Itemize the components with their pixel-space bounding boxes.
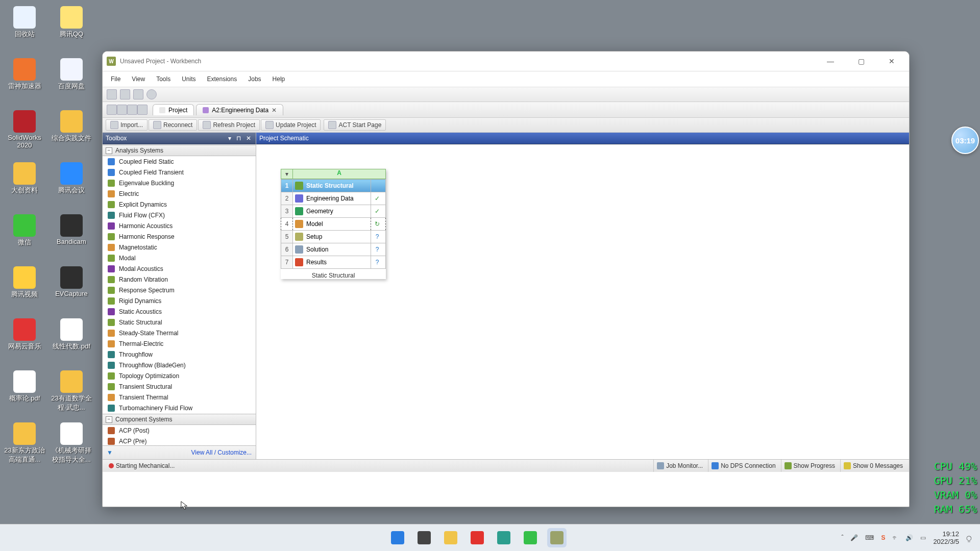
tray-app-icon[interactable]: S [881, 534, 885, 541]
dps-status[interactable]: No DPS Connection [708, 460, 778, 472]
desktop-icon[interactable]: 微信 [2, 212, 47, 263]
taskbar-app[interactable] [521, 528, 540, 547]
system-cell-static-structural[interactable]: 1Static Structural [281, 180, 386, 192]
toolbox-item[interactable]: Electric [103, 188, 256, 199]
toolbox-item[interactable]: Static Structural [103, 317, 256, 328]
toolbox-item[interactable]: Static Acoustics [103, 306, 256, 317]
desktop-icon[interactable]: EVCapture [49, 264, 94, 315]
toolbox-item[interactable]: Modal [103, 253, 256, 263]
show-messages-button[interactable]: Show 0 Messages [840, 460, 906, 472]
toolbar-icon[interactable] [117, 105, 127, 115]
toolbtn-act-start-page[interactable]: ACT Start Page [324, 119, 386, 131]
toolbox-item[interactable]: Topology Optimization [103, 370, 256, 381]
tray-wifi-icon[interactable]: ᯤ [892, 534, 898, 541]
toolbox-item[interactable]: Response Spectrum [103, 285, 256, 295]
toolbar-icon[interactable] [107, 89, 117, 99]
tab-a2-engineering-data[interactable]: A2:Engineering Data✕ [196, 104, 283, 115]
minimize-button[interactable]: — [821, 57, 840, 65]
taskbar-clock[interactable]: 19:12 2022/3/5 [933, 530, 959, 545]
toolbox-item[interactable]: Coupled Field Transient [103, 167, 256, 178]
toolbox-item[interactable]: Transient Structural [103, 381, 256, 392]
filter-icon[interactable]: ▼ [107, 449, 113, 456]
toolbox-viewall-link[interactable]: View All / Customize... [191, 449, 252, 456]
toolbtn-update-project[interactable]: Update Project [261, 119, 321, 131]
toolbox-item[interactable]: Harmonic Acoustics [103, 220, 256, 231]
toolbox-item[interactable]: Explicit Dynamics [103, 199, 256, 210]
tray-chevron-icon[interactable]: ˆ [841, 534, 843, 541]
toolbox-item[interactable]: Eigenvalue Buckling [103, 178, 256, 188]
menu-view[interactable]: View [132, 76, 145, 83]
close-button[interactable]: ✕ [883, 57, 901, 65]
system-tray[interactable]: ˆ 🎤 ⌨ S ᯤ 🔊 ▭ 19:12 2022/3/5 ⍜ [841, 530, 980, 545]
desktop-icon[interactable]: 百度网盘 [49, 56, 94, 107]
desktop-icon[interactable]: 23新东方政治高端直通... [2, 420, 47, 471]
toolbtn-reconnect[interactable]: Reconnect [149, 119, 197, 131]
toolbox-item[interactable]: Coupled Field Static [103, 156, 256, 167]
desktop-icon[interactable]: SolidWorks 2020 [2, 108, 47, 159]
toolbox-item[interactable]: Turbomachinery Fluid Flow [103, 403, 256, 413]
desktop-icon[interactable]: 雷神加速器 [2, 56, 47, 107]
toolbar-icon[interactable] [127, 105, 137, 115]
titlebar[interactable]: W Unsaved Project - Workbench — ▢ ✕ [103, 52, 909, 71]
tray-mic-icon[interactable]: 🎤 [850, 534, 858, 541]
show-progress-button[interactable]: Show Progress [781, 460, 838, 472]
toolbox-item[interactable]: Steady-State Thermal [103, 328, 256, 338]
menu-help[interactable]: Help [273, 76, 285, 83]
system-cell-model[interactable]: 4Model↻ [281, 218, 386, 231]
desktop-icon[interactable]: 《机械考研择校指导大全... [49, 420, 94, 471]
toolbox-item[interactable]: Random Vibration [103, 274, 256, 285]
taskbar-app[interactable] [468, 528, 487, 547]
toolbtn-refresh-project[interactable]: Refresh Project [198, 119, 260, 131]
toolbar-icon[interactable] [146, 89, 157, 99]
desktop-icon[interactable]: 概率论.pdf [2, 368, 47, 419]
tray-battery-icon[interactable]: ▭ [920, 534, 926, 541]
system-cell-setup[interactable]: 5Setup? [281, 231, 386, 243]
toolbox-item[interactable]: Fluid Flow (CFX) [103, 210, 256, 220]
system-cell-results[interactable]: 7Results? [281, 256, 386, 269]
toolbox-item[interactable]: Modal Acoustics [103, 263, 256, 274]
toolbox-item[interactable]: Throughflow (BladeGen) [103, 360, 256, 370]
toolbox-item[interactable]: Magnetostatic [103, 242, 256, 253]
toolbox-item[interactable]: Throughflow [103, 349, 256, 360]
taskbar-app[interactable] [388, 528, 407, 547]
toolbox-item[interactable]: ACP (Pre) [103, 436, 256, 445]
taskbar-app[interactable] [547, 528, 567, 547]
overlay-timer[interactable]: 03:19 [951, 127, 979, 154]
panel-pin-icon[interactable]: ⊓ [235, 135, 242, 142]
taskbar-app[interactable] [441, 528, 460, 547]
system-menu-icon[interactable]: ▾ [281, 169, 293, 179]
desktop-icon[interactable]: 线性代数.pdf [49, 316, 94, 367]
system-cell-engineering-data[interactable]: 2Engineering Data✓ [281, 192, 386, 205]
taskbar-app[interactable] [414, 528, 434, 547]
tray-ime-icon[interactable]: ⌨ [865, 534, 874, 541]
desktop-icon[interactable]: 综合实践文件 [49, 108, 94, 159]
taskbar[interactable]: ˆ 🎤 ⌨ S ᯤ 🔊 ▭ 19:12 2022/3/5 ⍜ [0, 524, 980, 551]
system-cell-solution[interactable]: 6Solution? [281, 243, 386, 256]
job-monitor-button[interactable]: Job Monitor... [653, 460, 706, 472]
tab-project[interactable]: Project [153, 104, 194, 115]
toolbtn-import-[interactable]: Import... [106, 119, 148, 131]
system-name-label[interactable]: Static Structural [281, 272, 386, 279]
toolbar-icon[interactable] [120, 89, 130, 99]
toolbox-group-analysis-systems[interactable]: −Analysis Systems [103, 145, 256, 156]
system-cell-geometry[interactable]: 3Geometry✓ [281, 205, 386, 218]
menu-file[interactable]: File [111, 76, 120, 83]
toolbar-icon[interactable] [133, 89, 143, 99]
desktop-icon[interactable]: 大创资料 [2, 160, 47, 211]
toolbar-icon[interactable] [137, 105, 148, 115]
panel-close-icon[interactable]: ✕ [244, 135, 253, 142]
maximize-button[interactable]: ▢ [852, 57, 870, 65]
desktop-icon[interactable]: 23有道数学全程·武忠... [49, 368, 94, 419]
desktop-icon[interactable]: 腾讯QQ [49, 4, 94, 55]
toolbox-group-component-systems[interactable]: −Component Systems [103, 414, 256, 425]
schematic-canvas[interactable]: ▾ A 1Static Structural2Engineering Data✓… [256, 144, 909, 459]
desktop-icon[interactable]: Bandicam [49, 212, 94, 263]
menu-tools[interactable]: Tools [156, 76, 170, 83]
toolbox-item[interactable]: Transient Thermal [103, 392, 256, 403]
toolbox-item[interactable]: Harmonic Response [103, 231, 256, 242]
desktop-icon[interactable]: 腾讯视频 [2, 264, 47, 315]
tab-close-icon[interactable]: ✕ [272, 107, 277, 114]
toolbar-icon[interactable] [107, 105, 117, 115]
toolbox-item[interactable]: Rigid Dynamics [103, 295, 256, 306]
menu-jobs[interactable]: Jobs [248, 76, 261, 83]
